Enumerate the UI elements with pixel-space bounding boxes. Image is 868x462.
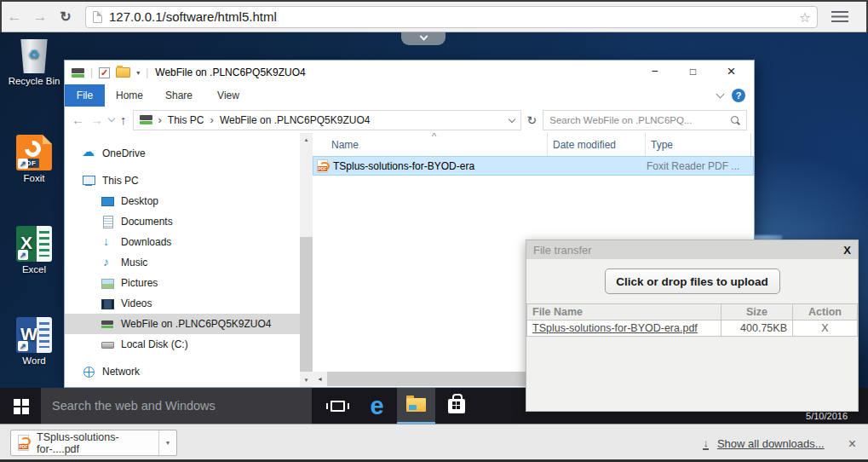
nav-up-button[interactable]: ↑ [120,113,127,127]
separator: | [90,66,93,78]
edge-icon: e [370,394,383,419]
scrollbar-thumb[interactable] [300,237,313,372]
scroll-up-icon[interactable]: ▴ [300,133,313,147]
qat-dropdown-icon[interactable]: ▾ [136,69,140,77]
explorer-search-input[interactable] [549,115,730,125]
spacer [65,355,300,361]
browser-menu-icon[interactable] [831,11,848,23]
desktop-icon-foxit[interactable]: PDF ↗ Foxit [2,131,66,183]
foxit-app-icon: PDF ↗ [16,135,52,170]
sidebar-item-network[interactable]: Network [65,361,300,382]
desktop-icon-word[interactable]: W ↗ Word [2,314,66,366]
file-row[interactable]: PDF TSplus-solutions-for-BYOD-era Foxit … [313,156,754,176]
address-bar[interactable]: ☆ [85,6,818,28]
desktop-icon [101,194,114,208]
search-icon [730,115,740,125]
sidebar-item-documents[interactable]: Documents [65,211,300,232]
disk-icon [101,338,114,351]
sidebar-item-videos[interactable]: Videos [65,293,300,314]
explorer-titlebar[interactable]: | ✓ ▾ | WebFile on .PLNC6PQ5K9ZUO4 − □ × [65,61,754,84]
folder-icon [406,398,426,412]
recycle-bin-icon: ♻ [20,39,49,73]
download-file-label: TSplus-solutions-for-....pdf [37,431,152,455]
download-arrow-icon: ↓ [703,438,709,450]
file-type: Foxit Reader PDF ... [647,160,752,172]
breadcrumb-item-webfile[interactable]: WebFile on .PLNC6PQ5K9ZUO4 [220,114,371,126]
pdf-tag: PDF [19,444,28,449]
tab-file[interactable]: File [65,84,105,107]
sidebar-item-desktop[interactable]: Desktop [65,191,300,211]
page-fold-icon [43,135,52,144]
start-button[interactable] [0,388,41,424]
header-size: Size [721,304,793,321]
task-view-button[interactable] [319,388,357,424]
sidebar-scrollbar[interactable]: ▴ ▾ [300,133,313,387]
nav-back-button[interactable]: ← [72,113,84,127]
tab-home[interactable]: Home [105,84,154,107]
sidebar-item-local-disk[interactable]: Local Disk (C:) [65,334,300,355]
desktop-icon-excel[interactable]: X ↗ Excel [2,222,66,274]
dialog-titlebar[interactable]: File transfer X [526,240,858,259]
sidebar-item-label: Network [102,366,140,378]
show-all-downloads-link[interactable]: Show all downloads... [717,437,825,450]
refresh-button[interactable]: ↻ [527,113,537,127]
nav-history-dropdown-icon[interactable] [108,115,115,122]
transfer-file-link[interactable]: TSplus-solutions-for-BYOD-era.pdf [532,322,698,334]
sidebar-item-pictures[interactable]: Pictures [65,273,300,293]
ribbon-collapse-icon[interactable] [716,90,725,99]
help-button[interactable]: ? [732,89,745,102]
bookmark-star-icon[interactable]: ☆ [799,9,811,26]
session-toolbar-pulltab[interactable] [401,32,445,45]
video-icon [101,297,114,310]
upload-button[interactable]: Click or drop files to upload [605,269,780,294]
browser-reload-button[interactable]: ↻ [53,9,78,25]
column-header-date-modified[interactable]: Date modified [548,133,646,156]
taskbar-date[interactable]: 5/10/2016 [806,411,848,421]
transfer-remove-button[interactable]: X [793,321,858,337]
file-explorer-button[interactable] [397,388,435,424]
dialog-close-button[interactable]: X [843,244,851,257]
document-icon [101,215,114,228]
breadcrumb[interactable]: › This PC › WebFile on .PLNC6PQ5K9ZUO4 [133,110,521,130]
chevron-down-icon [419,32,428,41]
sidebar-item-music[interactable]: ♪ Music [65,252,300,273]
store-button[interactable] [437,388,475,424]
page-icon [93,11,102,23]
new-folder-icon[interactable] [116,67,130,78]
minimize-button[interactable]: − [635,62,674,83]
explorer-search[interactable] [543,110,747,130]
scroll-down-icon[interactable]: ▾ [300,373,313,387]
desktop-icon-label: Word [2,355,66,366]
taskbar-search-input[interactable] [41,388,312,424]
nav-forward-button[interactable]: → [90,113,103,127]
properties-check-icon[interactable]: ✓ [99,67,110,78]
scroll-left-icon[interactable]: ◂ [313,372,327,386]
tab-view[interactable]: View [204,84,253,107]
browser-forward-button[interactable]: → [27,9,53,26]
tab-share[interactable]: Share [154,84,204,107]
breadcrumb-item-this-pc[interactable]: This PC [168,114,204,126]
close-button[interactable]: × [712,62,750,83]
sheet-lines-icon [39,231,49,257]
foxit-swirl-icon [21,137,44,160]
address-dropdown-icon[interactable] [508,115,514,122]
column-header-type[interactable]: Type [646,133,751,156]
download-chip[interactable]: PDF TSplus-solutions-for-....pdf ▾ [10,430,177,456]
url-input[interactable] [109,9,791,24]
pdf-tag: PDF [318,166,327,171]
edge-button[interactable]: e [358,388,396,424]
windows-logo-icon [14,399,20,406]
transfer-file-size: 400.75KB [721,321,793,337]
download-icon: ↓ [103,234,109,248]
downloads-bar-close-icon[interactable]: × [848,436,856,452]
sidebar-item-downloads[interactable]: ↓ Downloads [65,232,300,252]
browser-back-button[interactable]: ← [2,9,27,26]
desktop-icon-recycle-bin[interactable]: ♻ Recycle Bin [2,34,66,86]
download-chip-dropdown-icon[interactable]: ▾ [158,430,176,455]
column-header-name[interactable]: Name [313,133,548,156]
sidebar-item-this-pc[interactable]: This PC [65,170,300,191]
taskbar-search[interactable] [41,388,312,424]
sidebar-item-webfile[interactable]: WebFile on .PLNC6PQ5K9ZUO4 [65,314,300,334]
maximize-button[interactable]: □ [674,62,712,83]
sidebar-item-onedrive[interactable]: ☁ OneDrive [65,143,300,164]
